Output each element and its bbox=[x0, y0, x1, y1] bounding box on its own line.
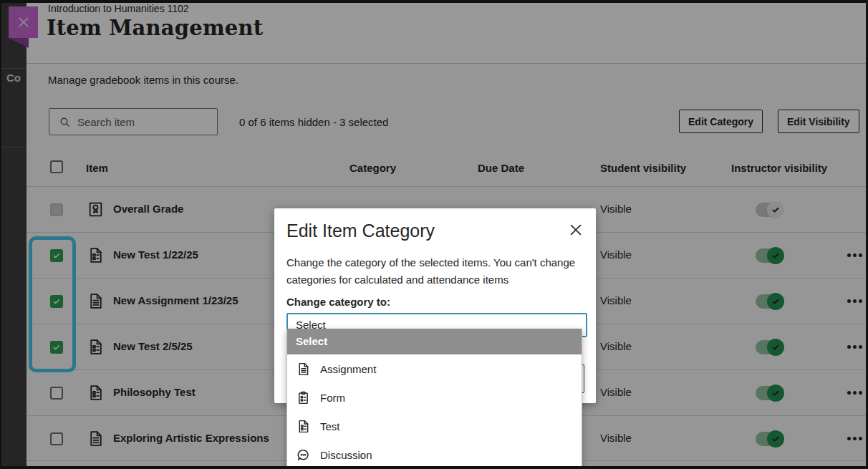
window-frame bbox=[0, 0, 1, 469]
item-management-screen: Co Introduction to Humanities 1102 Item … bbox=[0, 0, 868, 469]
category-option[interactable]: Assignment bbox=[287, 354, 582, 383]
option-label: Test bbox=[320, 420, 340, 432]
close-icon bbox=[568, 222, 584, 238]
option-label: Discussion bbox=[320, 449, 372, 461]
assignment-icon bbox=[296, 362, 311, 377]
window-frame bbox=[0, 466, 868, 469]
category-option[interactable]: Form bbox=[287, 383, 582, 412]
test-icon bbox=[296, 419, 311, 434]
option-label: Assignment bbox=[320, 363, 376, 375]
dialog-title: Edit Item Category bbox=[286, 221, 435, 241]
dialog-description: Change the category of the selected item… bbox=[286, 254, 596, 289]
category-option-highlighted[interactable]: Select bbox=[287, 329, 582, 354]
category-field-label: Change category to: bbox=[286, 296, 390, 308]
category-option[interactable]: Test bbox=[287, 412, 582, 440]
form-icon bbox=[296, 390, 311, 405]
category-options-listbox: Select Assignment Form Test Discussion bbox=[286, 329, 582, 469]
option-label: Form bbox=[320, 392, 345, 404]
discussion-icon bbox=[296, 448, 311, 463]
category-option[interactable]: Discussion bbox=[287, 440, 582, 469]
window-frame bbox=[0, 0, 868, 3]
dialog-close-button[interactable] bbox=[566, 221, 585, 240]
